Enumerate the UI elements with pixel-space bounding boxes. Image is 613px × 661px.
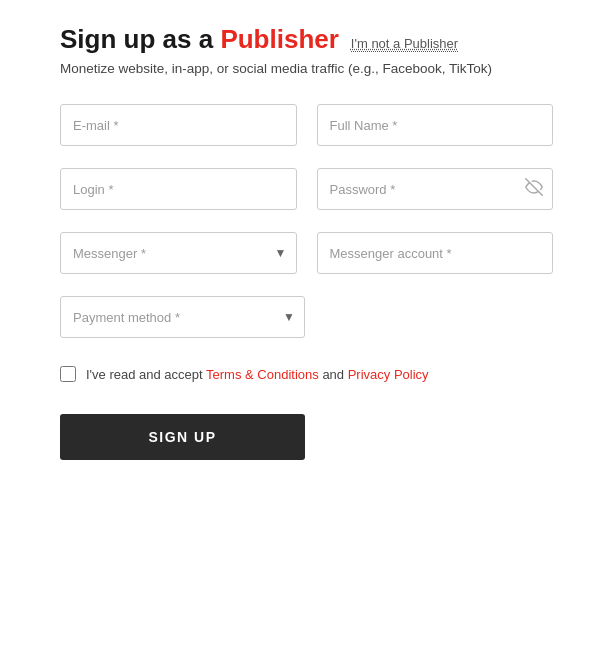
login-password-row bbox=[60, 168, 553, 210]
messenger-select[interactable]: Messenger * Telegram WhatsApp Skype Disc… bbox=[60, 232, 297, 274]
privacy-policy-link[interactable]: Privacy Policy bbox=[348, 367, 429, 382]
email-fullname-row bbox=[60, 104, 553, 146]
messenger-field-container: Messenger * Telegram WhatsApp Skype Disc… bbox=[60, 232, 297, 274]
messenger-account-field-container bbox=[317, 232, 554, 274]
header-section: Sign up as a Publisher I'm not a Publish… bbox=[60, 24, 553, 76]
fullname-field-container bbox=[317, 104, 554, 146]
payment-select-wrapper: Payment method * Wire Transfer PayPal Pa… bbox=[60, 296, 305, 338]
password-field-container bbox=[317, 168, 554, 210]
payment-select[interactable]: Payment method * Wire Transfer PayPal Pa… bbox=[60, 296, 305, 338]
fullname-input[interactable] bbox=[317, 104, 554, 146]
checkbox-and: and bbox=[319, 367, 348, 382]
email-field-container bbox=[60, 104, 297, 146]
terms-conditions-link[interactable]: Terms & Conditions bbox=[206, 367, 319, 382]
title-row: Sign up as a Publisher I'm not a Publish… bbox=[60, 24, 553, 55]
not-publisher-link[interactable]: I'm not a Publisher bbox=[351, 36, 458, 52]
signup-button[interactable]: SIGN UP bbox=[60, 414, 305, 460]
email-input[interactable] bbox=[60, 104, 297, 146]
password-input[interactable] bbox=[317, 168, 554, 210]
terms-label: I've read and accept Terms & Conditions … bbox=[86, 367, 429, 382]
toggle-password-icon[interactable] bbox=[525, 178, 543, 200]
subtitle-text: Monetize website, in-app, or social medi… bbox=[60, 61, 553, 76]
page-title: Sign up as a Publisher bbox=[60, 24, 339, 55]
checkbox-text-before: I've read and accept bbox=[86, 367, 206, 382]
title-publisher: Publisher bbox=[220, 24, 338, 54]
payment-row: Payment method * Wire Transfer PayPal Pa… bbox=[60, 296, 553, 338]
messenger-select-wrapper: Messenger * Telegram WhatsApp Skype Disc… bbox=[60, 232, 297, 274]
messenger-row: Messenger * Telegram WhatsApp Skype Disc… bbox=[60, 232, 553, 274]
terms-checkbox-row: I've read and accept Terms & Conditions … bbox=[60, 366, 553, 382]
payment-field-container: Payment method * Wire Transfer PayPal Pa… bbox=[60, 296, 305, 338]
login-field-container bbox=[60, 168, 297, 210]
terms-checkbox[interactable] bbox=[60, 366, 76, 382]
title-prefix: Sign up as a bbox=[60, 24, 220, 54]
login-input[interactable] bbox=[60, 168, 297, 210]
messenger-account-input[interactable] bbox=[317, 232, 554, 274]
